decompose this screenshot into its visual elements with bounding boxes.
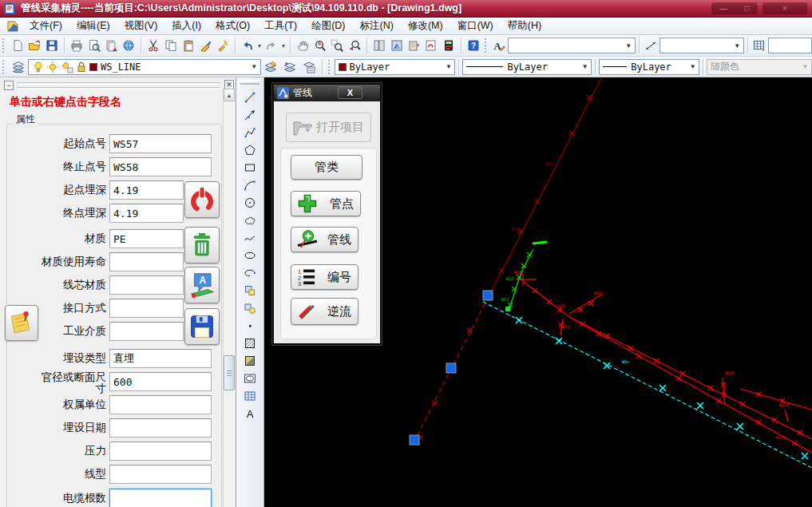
- save-record-button[interactable]: [184, 308, 220, 345]
- spline-button[interactable]: [240, 229, 260, 246]
- open-file-button[interactable]: [26, 37, 44, 54]
- redo-dropdown-arrow[interactable]: ▾: [280, 42, 287, 50]
- menu-item-1[interactable]: 编辑(E): [69, 18, 117, 34]
- grip-0[interactable]: [483, 291, 493, 300]
- field-label-7[interactable]: 接口方式: [33, 303, 106, 314]
- field-input-0[interactable]: [109, 134, 212, 153]
- field-label-15[interactable]: 电缆根数: [33, 493, 106, 504]
- bulb-icon[interactable]: [32, 61, 45, 73]
- lock-icon[interactable]: [75, 61, 88, 73]
- dialog-title-bar[interactable]: 管线 X: [274, 85, 380, 101]
- redo-button[interactable]: [263, 37, 280, 54]
- field-label-2[interactable]: 起点埋深: [33, 184, 106, 196]
- field-input-7[interactable]: [109, 299, 184, 318]
- ellipse-button[interactable]: [240, 247, 260, 263]
- menu-item-4[interactable]: 格式(O): [208, 18, 257, 34]
- field-input-6[interactable]: [109, 275, 184, 295]
- publish-button[interactable]: [103, 37, 121, 54]
- field-label-3[interactable]: 终点埋深: [33, 208, 106, 219]
- power-exit-button[interactable]: [184, 181, 220, 218]
- toolbar-grip[interactable]: [2, 38, 6, 53]
- field-input-3[interactable]: [109, 204, 184, 223]
- field-input-4[interactable]: [109, 229, 184, 248]
- red-connector[interactable]: [785, 410, 788, 422]
- table-style-combo[interactable]: [768, 38, 812, 53]
- plot-button[interactable]: [68, 37, 85, 54]
- grip-2[interactable]: [410, 435, 419, 445]
- annotate-button[interactable]: A: [184, 267, 220, 303]
- scrollbar-thumb[interactable]: [224, 355, 235, 390]
- dialog-button-4[interactable]: 123编号: [291, 264, 358, 290]
- panel-collapse-button[interactable]: −: [4, 81, 14, 90]
- field-input-10[interactable]: [109, 372, 212, 391]
- field-label-9[interactable]: 埋设类型: [33, 353, 106, 364]
- help-button[interactable]: ?: [465, 37, 482, 54]
- ellipse-arc-button[interactable]: [240, 264, 260, 281]
- region-button[interactable]: [240, 370, 260, 386]
- line-button[interactable]: [240, 89, 260, 105]
- layer-properties-button[interactable]: [9, 58, 28, 76]
- red-main-pipe[interactable]: [523, 281, 812, 439]
- quickcalc-button[interactable]: [440, 37, 457, 54]
- menu-item-8[interactable]: 修改(M): [401, 18, 450, 34]
- matchprop-brush-button[interactable]: [197, 37, 215, 54]
- dim-style-button[interactable]: [643, 37, 660, 54]
- red-branch-northeast[interactable]: [569, 294, 603, 314]
- toolbar-grip[interactable]: [2, 60, 6, 74]
- edit-lightning-button[interactable]: [214, 37, 232, 54]
- menu-item-10[interactable]: 帮助(H): [501, 18, 549, 34]
- dark-red-upper-pipe[interactable]: [489, 78, 601, 296]
- dialog-close-button[interactable]: X: [338, 86, 362, 99]
- menu-item-9[interactable]: 窗口(W): [450, 18, 501, 34]
- field-label-0[interactable]: 起始点号: [33, 138, 106, 149]
- print-preview-button[interactable]: [85, 37, 103, 54]
- zoom-previous-button[interactable]: [346, 37, 363, 54]
- field-input-2[interactable]: [109, 180, 184, 200]
- save-file-button[interactable]: [43, 37, 61, 54]
- color-combo[interactable]: ByLayer▼: [335, 59, 456, 75]
- rectangle-button[interactable]: [240, 159, 260, 176]
- revcloud-button[interactable]: [240, 212, 260, 228]
- field-label-10[interactable]: 官径或断面尺寸: [33, 372, 106, 394]
- minimize-maximize-buttons[interactable]: —□: [711, 2, 758, 14]
- field-input-9[interactable]: [109, 349, 212, 368]
- red-branch-east[interactable]: [740, 389, 812, 410]
- menu-item-6[interactable]: 绘图(D): [304, 18, 352, 34]
- combo-arrow[interactable]: ▼: [688, 63, 697, 70]
- field-input-14[interactable]: [109, 465, 212, 484]
- field-label-11[interactable]: 权属单位: [33, 399, 106, 410]
- menu-item-0[interactable]: 文件(F): [22, 18, 69, 34]
- field-input-12[interactable]: [109, 418, 212, 438]
- zoom-window-button[interactable]: [329, 37, 347, 54]
- undo-dropdown-arrow[interactable]: ▾: [256, 42, 263, 50]
- new-file-button[interactable]: [9, 37, 26, 54]
- lineweight-combo[interactable]: ByLayer▼: [599, 59, 699, 75]
- point-button[interactable]: [240, 317, 260, 334]
- toolbar-grip[interactable]: [485, 38, 489, 53]
- menu-item-7[interactable]: 标注(N): [353, 18, 401, 34]
- field-label-5[interactable]: 材质使用寿命: [33, 256, 106, 267]
- field-label-4[interactable]: 材质: [33, 233, 106, 244]
- menu-item-3[interactable]: 插入(I): [164, 18, 208, 34]
- pan-button[interactable]: [294, 37, 311, 54]
- xline-button[interactable]: [240, 106, 260, 123]
- circle-button[interactable]: [240, 194, 260, 211]
- zoom-realtime-button[interactable]: [311, 37, 329, 54]
- text-style-combo[interactable]: ▼: [508, 38, 635, 53]
- note-button[interactable]: [5, 305, 38, 341]
- grip-1[interactable]: [446, 363, 456, 373]
- menu-item-2[interactable]: 视图(V): [117, 18, 165, 34]
- tool-palettes-button[interactable]: [406, 37, 423, 54]
- dialog-button-2[interactable]: 管点: [291, 191, 361, 216]
- make-block-button[interactable]: [240, 299, 260, 316]
- dim-style-combo[interactable]: ▼: [660, 38, 743, 53]
- combo-arrow[interactable]: ▼: [733, 42, 742, 50]
- table-style-button[interactable]: [751, 37, 769, 54]
- arc-button[interactable]: [240, 176, 260, 193]
- field-label-1[interactable]: 终止点号: [33, 161, 106, 172]
- paste-button[interactable]: [180, 37, 197, 54]
- linetype-combo[interactable]: ByLayer▼: [462, 59, 592, 75]
- gradient-button[interactable]: [240, 352, 260, 369]
- hatch-button[interactable]: [240, 335, 260, 351]
- designcenter-button[interactable]: [388, 37, 406, 54]
